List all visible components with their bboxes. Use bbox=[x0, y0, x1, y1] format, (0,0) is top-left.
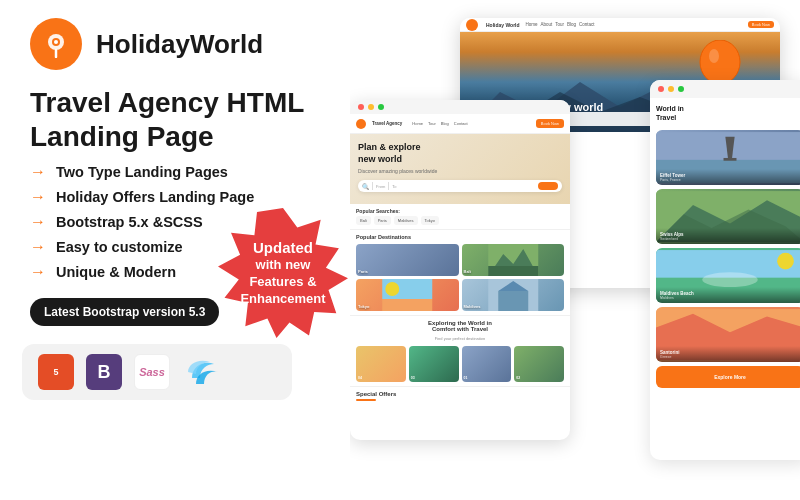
nav-links: Home About Tour Blog Contact bbox=[526, 22, 595, 27]
right-card-info-2: Switzerland bbox=[660, 237, 800, 241]
right-card-overlay-3: Maldives Beach Maldives bbox=[656, 287, 800, 303]
explore-btn[interactable]: Explore More bbox=[656, 366, 800, 388]
bootstrap-icon: B bbox=[86, 354, 122, 390]
brand-name: HolidayWorld bbox=[96, 29, 263, 60]
right-browser-bar bbox=[650, 80, 800, 98]
exploring-title: Exploring the World inComfort with Trave… bbox=[356, 320, 564, 332]
right-card-info-1: Paris, France bbox=[660, 178, 800, 182]
right-card-info-4: Greece bbox=[660, 355, 800, 359]
svg-rect-13 bbox=[488, 266, 538, 276]
arrow-icon: → bbox=[30, 238, 46, 256]
search-submit-btn[interactable] bbox=[538, 182, 558, 190]
world-card-3: Tokyo bbox=[356, 279, 459, 311]
arrow-icon: → bbox=[30, 213, 46, 231]
exp-label-4: 02 bbox=[516, 376, 520, 380]
exp-label-1: 04 bbox=[358, 376, 362, 380]
explore-btn-label: Explore More bbox=[714, 374, 746, 380]
special-offers-section: Special Offers bbox=[350, 386, 570, 405]
sec-search-bar[interactable]: 🔍 From To bbox=[358, 180, 562, 192]
sec-book-btn[interactable]: Book Now bbox=[536, 119, 564, 128]
popular-label: Popular Searches: bbox=[350, 204, 570, 216]
dot-red-r bbox=[658, 86, 664, 92]
wind-icon bbox=[182, 354, 226, 390]
card-label-paris: Paris bbox=[358, 269, 368, 274]
right-card-overlay-1: Eiffel Tower Paris, France bbox=[656, 169, 800, 185]
search-icon: 🔍 bbox=[362, 183, 369, 190]
special-underline bbox=[356, 399, 376, 401]
browser-nav-bar: Holiday World Home About Tour Blog Conta… bbox=[460, 18, 780, 32]
feature-item-1: → Two Type Landing Pages bbox=[30, 163, 320, 181]
sec-nav-links: Home Tour Blog Contact bbox=[412, 121, 467, 126]
sass-icon: Sass bbox=[134, 354, 170, 390]
right-card-overlay-4: Santorini Greece bbox=[656, 346, 800, 362]
sec-logo bbox=[356, 119, 366, 129]
exploring-sub: Find your perfect destination bbox=[356, 336, 564, 341]
tag-tokyo[interactable]: Tokyo bbox=[421, 216, 439, 225]
starburst-badge: Updated with new Features & Enhancement bbox=[218, 208, 348, 338]
dot-red bbox=[358, 104, 364, 110]
arrow-icon: → bbox=[30, 163, 46, 181]
svg-point-16 bbox=[385, 282, 399, 296]
sec-hero-sub: Discover amazing places worldwide bbox=[358, 168, 562, 174]
nav-logo bbox=[466, 19, 478, 31]
dot-green-r bbox=[678, 86, 684, 92]
tag-bali[interactable]: Bali bbox=[356, 216, 371, 225]
svg-rect-15 bbox=[382, 299, 432, 311]
right-card-3: Maldives Beach Maldives bbox=[656, 248, 800, 303]
page-title: Travel Agency HTML Landing Page bbox=[0, 80, 350, 163]
svg-point-10 bbox=[709, 49, 719, 63]
world-card-1: Paris bbox=[356, 244, 459, 276]
html5-icon: 5 bbox=[38, 354, 74, 390]
svg-point-2 bbox=[54, 40, 58, 44]
card-label-bali: Bali bbox=[464, 269, 471, 274]
world-card-4: Maldives bbox=[462, 279, 565, 311]
right-card-overlay-2: Swiss Alps Switzerland bbox=[656, 228, 800, 244]
world-section: Popular Destinations Paris Bali bbox=[350, 229, 570, 315]
world-title: Popular Destinations bbox=[356, 234, 564, 240]
preview-area: Holiday World Home About Tour Blog Conta… bbox=[320, 0, 800, 500]
exp-label-2: 03 bbox=[411, 376, 415, 380]
nav-cta[interactable]: Book Now bbox=[748, 21, 774, 28]
nav-brand: Holiday World bbox=[486, 22, 520, 28]
secondary-nav: Travel Agency Home Tour Blog Contact Boo… bbox=[350, 114, 570, 134]
popular-tags: Bali Paris Maldives Tokyo bbox=[350, 216, 570, 229]
tag-maldives[interactable]: Maldives bbox=[394, 216, 418, 225]
sec-hero: Plan & explorenew world Discover amazing… bbox=[350, 134, 570, 204]
tech-icons-row: 5 B Sass bbox=[22, 344, 292, 400]
dot-yellow-r bbox=[668, 86, 674, 92]
search-tag: From bbox=[376, 184, 385, 189]
right-card-4: Santorini Greece bbox=[656, 307, 800, 362]
feature-item-2: → Holiday Offers Landing Page bbox=[30, 188, 320, 206]
search-divider bbox=[372, 182, 373, 190]
right-card-info-3: Maldives bbox=[660, 296, 800, 300]
sec-brand: Travel Agency bbox=[372, 121, 402, 126]
svg-rect-23 bbox=[724, 158, 737, 161]
exploring-section: Exploring the World inComfort with Trave… bbox=[350, 315, 570, 386]
exp-card-3: 01 bbox=[462, 346, 512, 382]
search-tag-2: To bbox=[392, 184, 396, 189]
sec-hero-title: Plan & explorenew world bbox=[358, 142, 562, 165]
exp-card-4: 02 bbox=[514, 346, 564, 382]
dot-yellow bbox=[368, 104, 374, 110]
logo-icon bbox=[42, 30, 70, 58]
right-card-1: Eiffel Tower Paris, France bbox=[656, 130, 800, 185]
browser-secondary: Travel Agency Home Tour Blog Contact Boo… bbox=[350, 100, 570, 440]
card-label-tokyo: Tokyo bbox=[358, 304, 369, 309]
world-cards: Paris Bali Tokyo bbox=[356, 244, 564, 311]
header: HolidayWorld bbox=[0, 0, 350, 80]
world-card-2: Bali bbox=[462, 244, 565, 276]
search-divider-2 bbox=[388, 182, 389, 190]
browser-right: World inTravel Eiffel Tower Paris, Franc… bbox=[650, 80, 800, 460]
right-card-2: Swiss Alps Switzerland bbox=[656, 189, 800, 244]
exploring-cards: 04 03 01 02 bbox=[356, 346, 564, 382]
svg-point-29 bbox=[777, 253, 794, 270]
tag-paris[interactable]: Paris bbox=[374, 216, 391, 225]
svg-rect-18 bbox=[498, 291, 528, 311]
dot-green bbox=[378, 104, 384, 110]
right-section-title: World inTravel bbox=[650, 98, 800, 126]
arrow-icon: → bbox=[30, 263, 46, 281]
logo-circle bbox=[30, 18, 82, 70]
exp-card-1: 04 bbox=[356, 346, 406, 382]
special-title: Special Offers bbox=[356, 391, 564, 397]
browser-bar-secondary bbox=[350, 100, 570, 114]
